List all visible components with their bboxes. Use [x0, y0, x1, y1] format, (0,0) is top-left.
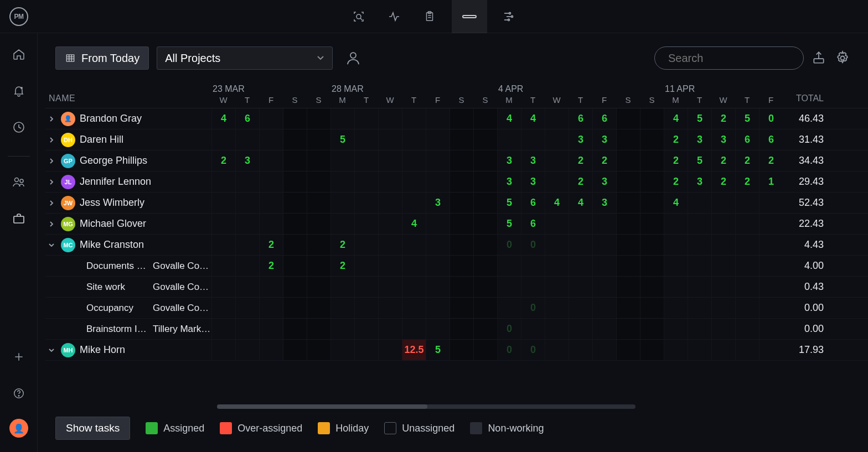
- day-cell[interactable]: [569, 340, 592, 360]
- day-cell[interactable]: [283, 277, 307, 297]
- day-cell[interactable]: 6: [759, 129, 783, 150]
- day-cell[interactable]: 3: [592, 172, 616, 192]
- day-cell[interactable]: [426, 256, 450, 276]
- day-cell[interactable]: [426, 214, 450, 234]
- day-cell[interactable]: [759, 319, 783, 339]
- day-cell[interactable]: 4: [545, 193, 569, 213]
- day-cell[interactable]: [283, 150, 307, 171]
- day-cell[interactable]: [450, 150, 473, 171]
- day-cell[interactable]: [354, 256, 378, 276]
- day-cell[interactable]: [307, 108, 330, 129]
- day-cell[interactable]: [473, 193, 497, 213]
- day-cell[interactable]: [402, 172, 426, 192]
- day-cell[interactable]: 2: [259, 235, 283, 255]
- day-cell[interactable]: [354, 150, 378, 171]
- day-cell[interactable]: [450, 277, 473, 297]
- day-cell[interactable]: [688, 340, 711, 360]
- settings-icon[interactable]: [835, 50, 850, 66]
- day-cell[interactable]: [640, 235, 664, 255]
- day-cell[interactable]: 3: [592, 193, 616, 213]
- day-cell[interactable]: [211, 340, 235, 360]
- chevron-right-icon[interactable]: [46, 115, 56, 123]
- day-cell[interactable]: [307, 193, 330, 213]
- day-cell[interactable]: [235, 277, 259, 297]
- chevron-right-icon[interactable]: [46, 136, 56, 144]
- day-cell[interactable]: [378, 277, 402, 297]
- day-cell[interactable]: 3: [688, 129, 711, 150]
- day-cell[interactable]: 3: [497, 172, 521, 192]
- day-cell[interactable]: [521, 256, 545, 276]
- day-cell[interactable]: 5: [497, 214, 521, 234]
- day-cell[interactable]: [211, 235, 235, 255]
- day-cell[interactable]: 5: [497, 193, 521, 213]
- day-cell[interactable]: [450, 193, 473, 213]
- day-cell[interactable]: [759, 235, 783, 255]
- day-cell[interactable]: [283, 340, 307, 360]
- day-cell[interactable]: [759, 277, 783, 297]
- day-cell[interactable]: [307, 172, 330, 192]
- day-cell[interactable]: [402, 277, 426, 297]
- day-cell[interactable]: [235, 129, 259, 150]
- day-cell[interactable]: [211, 277, 235, 297]
- day-cell[interactable]: [354, 298, 378, 318]
- day-cell[interactable]: [211, 319, 235, 339]
- person-row[interactable]: MCMike Cranston22004.43: [45, 235, 868, 256]
- day-cell[interactable]: [759, 256, 783, 276]
- search-input[interactable]: [668, 52, 808, 65]
- day-cell[interactable]: [640, 193, 664, 213]
- day-cell[interactable]: 5: [426, 340, 450, 360]
- day-cell[interactable]: [759, 340, 783, 360]
- day-cell[interactable]: [259, 150, 283, 171]
- day-cell[interactable]: 4: [521, 108, 545, 129]
- day-cell[interactable]: 2: [759, 150, 783, 171]
- day-cell[interactable]: [330, 277, 354, 297]
- day-cell[interactable]: [545, 277, 569, 297]
- day-cell[interactable]: 0: [497, 319, 521, 339]
- day-cell[interactable]: 3: [497, 150, 521, 171]
- day-cell[interactable]: [473, 129, 497, 150]
- scrollbar-thumb[interactable]: [217, 404, 427, 409]
- day-cell[interactable]: [735, 256, 759, 276]
- day-cell[interactable]: [640, 172, 664, 192]
- briefcase-icon[interactable]: [8, 207, 30, 230]
- day-cell[interactable]: 6: [521, 214, 545, 234]
- day-cell[interactable]: [711, 235, 735, 255]
- day-cell[interactable]: [283, 172, 307, 192]
- day-cell[interactable]: [616, 108, 640, 129]
- person-filter-icon[interactable]: [345, 50, 361, 66]
- day-cell[interactable]: [211, 129, 235, 150]
- day-cell[interactable]: [378, 235, 402, 255]
- day-cell[interactable]: [545, 235, 569, 255]
- day-cell[interactable]: 4: [569, 193, 592, 213]
- day-cell[interactable]: [473, 256, 497, 276]
- day-cell[interactable]: [426, 235, 450, 255]
- day-cell[interactable]: 4: [497, 108, 521, 129]
- day-cell[interactable]: [569, 298, 592, 318]
- day-cell[interactable]: [569, 319, 592, 339]
- day-cell[interactable]: [569, 256, 592, 276]
- day-cell[interactable]: [592, 256, 616, 276]
- day-cell[interactable]: [497, 129, 521, 150]
- day-cell[interactable]: [450, 129, 473, 150]
- day-cell[interactable]: [711, 256, 735, 276]
- day-cell[interactable]: [473, 214, 497, 234]
- day-cell[interactable]: [711, 214, 735, 234]
- day-cell[interactable]: [545, 298, 569, 318]
- day-cell[interactable]: [688, 277, 711, 297]
- day-cell[interactable]: [640, 256, 664, 276]
- day-cell[interactable]: [354, 277, 378, 297]
- day-cell[interactable]: 2: [735, 172, 759, 192]
- day-cell[interactable]: [330, 150, 354, 171]
- day-cell[interactable]: [735, 340, 759, 360]
- day-cell[interactable]: 6: [235, 108, 259, 129]
- day-cell[interactable]: [688, 193, 711, 213]
- day-cell[interactable]: 6: [569, 108, 592, 129]
- person-row[interactable]: JWJess Wimberly356443452.43: [45, 193, 868, 214]
- day-cell[interactable]: [283, 214, 307, 234]
- day-cell[interactable]: [473, 319, 497, 339]
- day-cell[interactable]: [378, 150, 402, 171]
- day-cell[interactable]: [473, 277, 497, 297]
- chevron-right-icon[interactable]: [46, 220, 56, 228]
- day-cell[interactable]: [759, 298, 783, 318]
- day-cell[interactable]: [735, 298, 759, 318]
